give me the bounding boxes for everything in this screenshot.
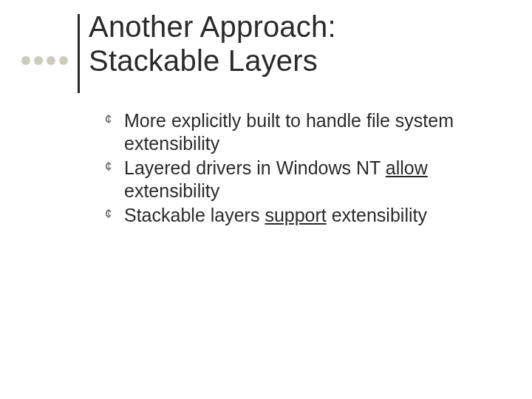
bullet-text-pre: More explicitly built to handle file sys… bbox=[124, 110, 454, 154]
bullet-text-underline: support bbox=[265, 205, 326, 225]
slide: Another Approach: Stackable Layers ¢ Mor… bbox=[0, 0, 532, 399]
dot-icon bbox=[47, 56, 55, 65]
decorative-dots bbox=[21, 56, 68, 65]
bullet-text-post: extensibility bbox=[124, 180, 219, 201]
bullet-text-pre: Stackable layers bbox=[124, 205, 265, 225]
bullet-text-underline: allow bbox=[386, 157, 428, 178]
vertical-rule bbox=[78, 14, 80, 93]
bullet-icon: ¢ bbox=[105, 205, 112, 223]
title-line-2: Stackable Layers bbox=[89, 44, 318, 77]
list-item: ¢ Stackable layers support extensibility bbox=[105, 204, 482, 227]
slide-body: ¢ More explicitly built to handle file s… bbox=[105, 109, 482, 228]
title-line-1: Another Approach: bbox=[89, 10, 336, 43]
dot-icon bbox=[34, 56, 43, 65]
dot-icon bbox=[59, 56, 68, 65]
slide-title: Another Approach: Stackable Layers bbox=[89, 10, 336, 78]
list-item: ¢ More explicitly built to handle file s… bbox=[105, 109, 482, 155]
bullet-icon: ¢ bbox=[105, 157, 112, 176]
bullet-text-post: extensibility bbox=[327, 205, 427, 225]
bullet-icon: ¢ bbox=[105, 110, 112, 129]
list-item: ¢ Layered drivers in Windows NT allow ex… bbox=[105, 157, 482, 202]
bullet-text-pre: Layered drivers in Windows NT bbox=[124, 157, 386, 178]
dot-icon bbox=[21, 56, 30, 65]
